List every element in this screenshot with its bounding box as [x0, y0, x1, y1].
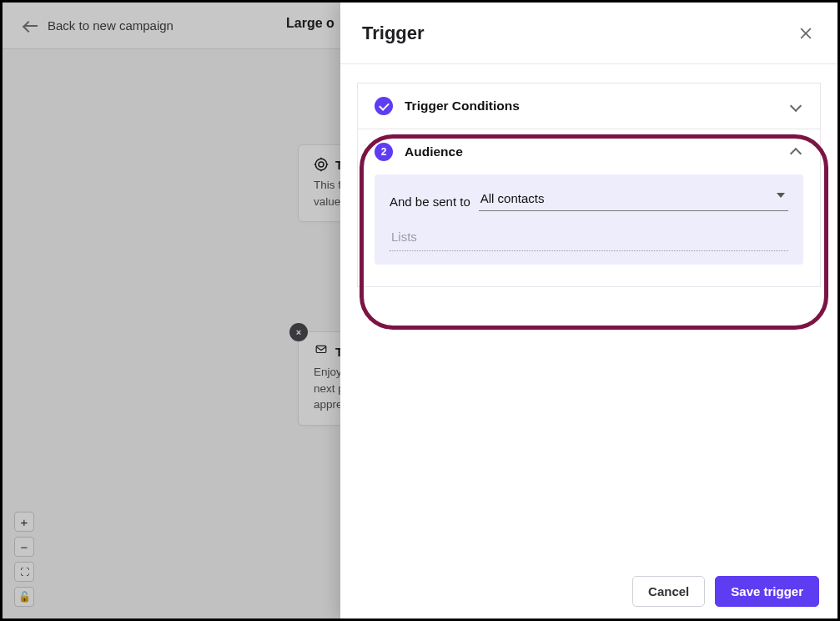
caret-down-icon	[777, 193, 785, 198]
zoom-in-button[interactable]: +	[14, 512, 34, 532]
panel-footer: Cancel Save trigger	[340, 564, 837, 618]
chevron-down-icon	[790, 100, 802, 112]
cancel-button[interactable]: Cancel	[632, 576, 705, 607]
trigger-accordion: Trigger Conditions 2 Audience And be sen…	[357, 83, 821, 287]
step-check-icon	[375, 97, 393, 115]
svg-point-0	[315, 159, 327, 170]
target-icon	[314, 157, 329, 172]
panel-body: Trigger Conditions 2 Audience And be sen…	[340, 64, 837, 564]
close-icon[interactable]	[796, 23, 816, 43]
section-trigger-conditions: Trigger Conditions	[358, 83, 820, 129]
section-label: Audience	[405, 144, 792, 159]
lock-button[interactable]: 🔓	[14, 587, 34, 607]
trigger-panel: Trigger Trigger Conditions 2 Audience	[340, 3, 837, 618]
svg-point-1	[319, 162, 324, 167]
svg-rect-6	[316, 346, 326, 352]
audience-content: And be sent to All contacts	[358, 174, 820, 286]
step-number-badge: 2	[375, 143, 393, 161]
lists-input[interactable]	[390, 230, 788, 251]
canvas-toolbar: + − ⛶ 🔓	[14, 512, 34, 607]
remove-card-button[interactable]: ×	[289, 323, 308, 341]
back-to-campaign-link[interactable]: Back to new campaign	[24, 18, 174, 33]
section-header-audience[interactable]: 2 Audience	[358, 129, 820, 174]
panel-title: Trigger	[362, 23, 425, 44]
panel-header: Trigger	[340, 3, 837, 64]
audience-row: And be sent to All contacts	[390, 191, 788, 211]
campaign-title: Large o	[286, 16, 334, 31]
section-label: Trigger Conditions	[405, 98, 792, 114]
chevron-up-icon	[790, 148, 802, 159]
fullscreen-button[interactable]: ⛶	[14, 562, 34, 582]
mail-icon	[314, 344, 329, 359]
save-trigger-button[interactable]: Save trigger	[715, 576, 819, 607]
audience-select-value: All contacts	[480, 191, 545, 205]
audience-select[interactable]: All contacts	[479, 191, 788, 211]
section-header-conditions[interactable]: Trigger Conditions	[358, 83, 820, 129]
arrow-left-icon	[24, 25, 38, 27]
zoom-out-button[interactable]: −	[14, 537, 34, 557]
section-audience: 2 Audience And be sent to All contacts	[358, 129, 820, 286]
back-link-label: Back to new campaign	[48, 18, 174, 33]
audience-prefix-label: And be sent to	[390, 194, 470, 209]
audience-box: And be sent to All contacts	[375, 174, 803, 265]
